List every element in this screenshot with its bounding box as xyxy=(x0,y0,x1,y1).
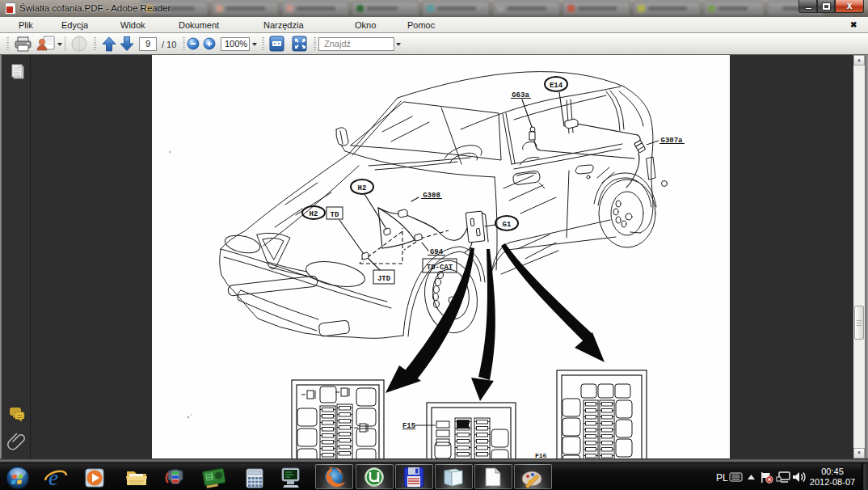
svg-text:H2: H2 xyxy=(358,184,367,192)
svg-text:G1: G1 xyxy=(503,221,512,229)
svg-text:F16: F16 xyxy=(535,452,547,458)
svg-text:00:45: 00:45 xyxy=(821,467,844,476)
svg-text:2012-08-07: 2012-08-07 xyxy=(810,477,855,487)
svg-text:TD: TD xyxy=(331,211,339,219)
svg-text:E14: E14 xyxy=(550,82,563,90)
svg-text:TD-CAT: TD-CAT xyxy=(427,264,453,272)
svg-text:e: e xyxy=(48,466,58,490)
svg-text:H2: H2 xyxy=(310,210,318,218)
svg-text:JTD: JTD xyxy=(377,275,391,283)
svg-text:PL: PL xyxy=(716,472,728,484)
